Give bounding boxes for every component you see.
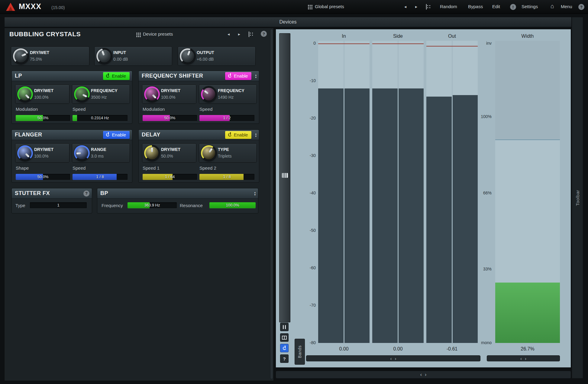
scroll-right-icon[interactable]: › <box>395 356 396 361</box>
scroll-left-icon[interactable]: ‹ <box>420 372 422 377</box>
master-output-knob[interactable] <box>180 48 195 64</box>
width-scrollbar[interactable]: ‹ › <box>487 355 560 361</box>
delay-enable-button[interactable]: Enable <box>225 131 252 139</box>
fs-frequency-knob[interactable] <box>201 86 217 102</box>
knob-label: RANGE <box>91 147 106 152</box>
meter-help-button[interactable]: ? <box>280 354 289 363</box>
meter-header-out: Out <box>426 34 478 39</box>
peak-hold-line <box>318 43 370 44</box>
pause-button[interactable] <box>280 323 289 331</box>
master-output-box: OUTPUT +6.00 dB <box>178 47 255 66</box>
global-presets-button[interactable]: Global presets <box>315 4 344 9</box>
lp-modulation-slider[interactable]: 50.0% <box>16 115 70 121</box>
histogram-icon[interactable] <box>282 173 288 178</box>
lp-frequency-knob[interactable] <box>74 86 90 102</box>
stutter-type-slider[interactable]: 1 <box>30 202 87 208</box>
bp-frequency-slider[interactable]: 363.9 Hz <box>128 202 177 208</box>
app-version: (15.00) <box>51 5 65 10</box>
scroll-left-icon[interactable]: ‹ <box>520 356 522 361</box>
device-preset-next-icon[interactable]: ▸ <box>238 32 240 37</box>
bp-resonance-slider[interactable]: 100.0% <box>209 202 256 208</box>
knob-value: +6.00 dB <box>197 57 214 62</box>
edit-button[interactable]: Edit <box>492 4 500 9</box>
slider-value: 50.0% <box>16 174 70 180</box>
slider-label: Shape <box>16 165 29 171</box>
section-header: DELAY Enable ▴ ▾ <box>139 130 259 140</box>
meter-bar-left <box>426 41 452 343</box>
preset-prev-icon[interactable]: ◂ <box>404 4 406 9</box>
db-scale-label: -10 <box>293 78 316 84</box>
scrollbar-thumb[interactable] <box>270 29 273 379</box>
enable-label: Enable <box>112 73 126 78</box>
preset-next-icon[interactable]: ▸ <box>415 4 417 9</box>
flanger-range-knob[interactable] <box>74 145 90 161</box>
db-scale-label: -40 <box>293 190 316 196</box>
bands-tab-label: Bands <box>297 345 302 358</box>
meter-zoom-slider[interactable] <box>279 33 290 322</box>
delay-type-box: TYPE Triplets <box>199 144 257 162</box>
menu-button[interactable]: Menu <box>561 4 572 9</box>
master-drywet-knob[interactable] <box>13 48 29 64</box>
slider-value: 1 <box>30 202 87 208</box>
device-reorder-spinner[interactable]: ▴ ▾ <box>255 74 257 78</box>
scroll-right-icon[interactable]: › <box>425 372 426 377</box>
power-icon <box>106 74 110 78</box>
lp-speed-slider[interactable]: 0.2314 Hz <box>73 115 128 121</box>
device-preset-prev-icon[interactable]: ◂ <box>228 32 230 37</box>
frequency-shifter-enable-button[interactable]: Enable <box>225 72 252 80</box>
random-button[interactable]: Random <box>440 4 457 9</box>
device-reorder-spinner[interactable]: ▴ ▾ <box>255 133 257 137</box>
knob-value: 3.0 ms <box>91 154 104 158</box>
settings-button[interactable]: Settings <box>522 4 538 9</box>
meter-layout-button[interactable] <box>280 333 289 342</box>
meter-readout-out: -0.61 <box>426 346 478 352</box>
delay-speed2-slider[interactable]: 1 / 8 <box>199 174 254 180</box>
toolbar-tab[interactable]: Toolbar <box>572 17 583 379</box>
width-meter <box>495 41 560 343</box>
delay-speed1-slider[interactable]: 1 / 64 <box>143 174 197 180</box>
meter-column-side <box>372 41 424 343</box>
analyzer-bottom-scrollbar[interactable]: ‹ › <box>276 371 571 379</box>
section-stutter-fx: STUTTER FX ? Type 1 <box>11 188 92 213</box>
flanger-shape-slider[interactable]: 50.0% <box>16 174 70 180</box>
knob-label: OUTPUT <box>197 50 214 55</box>
knob-label: DRY/WET <box>161 147 180 152</box>
slider-value: 0.2314 Hz <box>73 115 128 121</box>
grid-icon <box>308 5 313 10</box>
window-split-icon <box>282 336 287 340</box>
device-help-icon[interactable]: ? <box>261 31 267 37</box>
stutter-help-icon[interactable]: ? <box>83 190 89 197</box>
tab-devices[interactable]: Devices <box>4 17 572 27</box>
fs-drywet-box: DRY/WET 100.0% <box>142 85 196 104</box>
knob-value: 3500 Hz <box>91 95 107 100</box>
scroll-left-icon[interactable]: ‹ <box>390 356 392 361</box>
help-icon[interactable]: ? <box>578 4 584 10</box>
slider-value: 1 / 64 <box>143 174 197 180</box>
delay-drywet-box: DRY/WET 50.0% <box>142 144 196 162</box>
delay-drywet-knob[interactable] <box>144 145 160 161</box>
fs-drywet-knob[interactable] <box>144 86 160 102</box>
random-preset-dice-icon[interactable] <box>426 4 427 10</box>
fs-frequency-box: FREQUENCY 1490 Hz <box>199 85 257 104</box>
device-presets-button[interactable]: Device presets <box>143 31 173 37</box>
meter-power-button[interactable] <box>280 344 289 352</box>
alert-icon[interactable]: ! <box>510 4 516 10</box>
meter-scrollbar[interactable]: ‹ › <box>306 355 480 361</box>
device-random-dice-icon[interactable] <box>249 31 249 37</box>
lp-enable-button[interactable]: Enable <box>103 72 130 80</box>
flanger-drywet-knob[interactable] <box>17 145 33 161</box>
flanger-enable-button[interactable]: Enable <box>103 131 130 139</box>
fs-speed-slider[interactable]: 1 / 2 <box>199 115 254 121</box>
section-header: FLANGER Enable <box>12 130 132 140</box>
bypass-button[interactable]: Bypass <box>468 4 483 9</box>
home-icon[interactable]: ⌂ <box>551 3 554 10</box>
lp-drywet-knob[interactable] <box>17 86 33 102</box>
fs-modulation-slider[interactable]: 50.0% <box>143 115 197 121</box>
scroll-right-icon[interactable]: › <box>525 356 526 361</box>
delay-type-knob[interactable] <box>201 145 217 161</box>
power-icon <box>228 74 232 78</box>
device-reorder-spinner[interactable]: ▴ ▾ <box>254 191 256 196</box>
master-input-knob[interactable] <box>96 48 112 64</box>
flanger-speed-slider[interactable]: 1 / 8 <box>73 174 128 180</box>
device-panel-scrollbar[interactable] <box>270 29 273 379</box>
